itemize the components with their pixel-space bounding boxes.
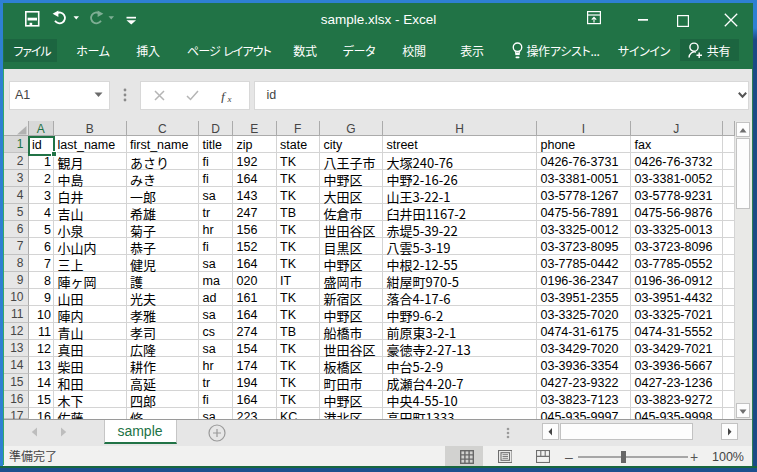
svg-text:x: x	[227, 94, 232, 103]
svg-text:f: f	[221, 89, 227, 103]
